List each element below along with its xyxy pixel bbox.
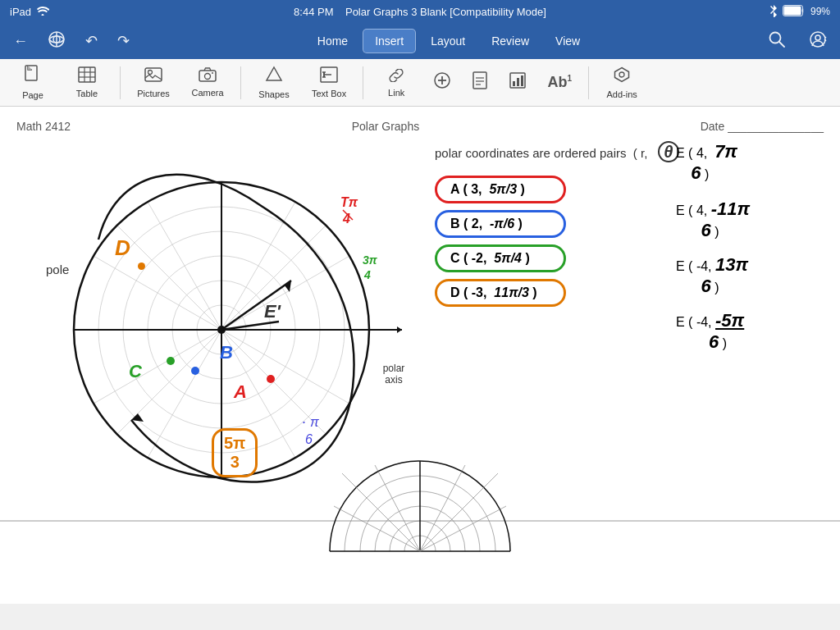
toolbar-page[interactable]: Page	[8, 62, 57, 103]
link-label: Link	[388, 88, 404, 98]
doc-content: Math 2412 Polar Graphs Date ____________…	[0, 107, 840, 604]
label-C: C	[129, 361, 142, 382]
doc-icon	[472, 71, 487, 94]
coord-box-C: C ( -2, 5π/4 )	[435, 244, 566, 272]
table-label: Table	[76, 89, 98, 98]
svg-text:4: 4	[363, 268, 371, 281]
header-center: Polar Graphs	[352, 120, 419, 133]
textbox-icon	[320, 66, 338, 87]
svg-rect-34	[521, 75, 523, 86]
battery-display	[783, 5, 806, 19]
svg-line-5	[779, 42, 784, 47]
home-button[interactable]	[41, 27, 72, 56]
pictures-icon	[144, 66, 162, 87]
toolbar-chart[interactable]	[501, 69, 534, 96]
account-button[interactable]	[802, 27, 833, 56]
shapes-icon	[265, 66, 283, 88]
doc-header: Math 2412 Polar Graphs Date ____________…	[16, 120, 824, 133]
svg-line-50	[148, 202, 221, 330]
coord-box-D: D ( -3, 11π/3 )	[435, 279, 566, 307]
time-display: 8:44 PM	[294, 6, 333, 18]
coord-box-B: B ( 2, -π/6 )	[435, 210, 566, 238]
svg-line-78	[334, 506, 420, 551]
battery-percent: 99%	[810, 6, 830, 17]
toolbar-table[interactable]: Table	[62, 63, 112, 102]
document-title: Polar Graphs 3 Blank [Compatibility Mode…	[345, 6, 546, 18]
svg-point-18	[212, 72, 213, 74]
svg-marker-63	[131, 413, 144, 422]
svg-line-48	[94, 256, 221, 330]
svg-text:Tπ: Tπ	[340, 195, 358, 209]
page-label: Page	[22, 90, 43, 100]
svg-rect-9	[79, 67, 95, 82]
svg-rect-8	[25, 66, 37, 80]
toolbar-addins[interactable]: Add-ins	[597, 62, 646, 103]
toolbar-textbox[interactable]: Text Box	[304, 63, 354, 102]
pi6-annotation: · π6	[302, 413, 319, 448]
header-left: Math 2412	[16, 120, 71, 133]
e-label-3: E ( -4, 13π 6 )	[676, 254, 824, 297]
tab-review[interactable]: Review	[480, 30, 541, 52]
nav-bar: ← ↶ ↷ Home Insert Layout Review View	[0, 23, 840, 59]
divider-2	[240, 66, 241, 99]
svg-point-66	[267, 375, 275, 383]
svg-point-65	[191, 367, 199, 375]
svg-marker-60	[397, 326, 402, 333]
label-B: B	[220, 342, 233, 363]
toolbar-shapes[interactable]: Shapes	[249, 62, 299, 103]
e-label-4: E ( -4, -5π 6 )	[676, 310, 824, 353]
svg-rect-32	[513, 81, 515, 86]
undo-button[interactable]: ↶	[79, 29, 104, 53]
svg-line-54	[117, 226, 221, 330]
textbox-label: Text Box	[312, 89, 346, 98]
svg-line-47	[148, 330, 221, 458]
toolbar-ab[interactable]: Ab1	[539, 71, 580, 94]
tab-insert[interactable]: Insert	[363, 29, 416, 53]
e-label-1: E ( 4, 7π 6 )	[676, 141, 824, 184]
addins-label: Add-ins	[607, 89, 637, 99]
label-D: D	[115, 235, 130, 261]
addins-icon	[613, 66, 631, 88]
svg-line-79	[420, 506, 506, 551]
toolbar-camera[interactable]: Camera	[183, 64, 232, 101]
label-E: E'	[264, 301, 281, 322]
back-button[interactable]: ←	[7, 30, 34, 53]
wifi-icon	[36, 6, 49, 18]
coord-box-A: A ( 3, 5π/3 )	[435, 176, 566, 203]
table-icon	[78, 66, 96, 87]
pictures-label: Pictures	[137, 89, 170, 98]
svg-rect-14	[145, 68, 162, 81]
document-area: Math 2412 Polar Graphs Date ____________…	[0, 107, 840, 604]
tab-layout[interactable]: Layout	[419, 30, 477, 52]
bluetooth-icon	[769, 4, 778, 20]
shapes-label: Shapes	[258, 89, 289, 99]
ab-icon: Ab1	[547, 74, 572, 91]
tab-home[interactable]: Home	[306, 30, 359, 52]
svg-rect-33	[517, 78, 519, 86]
redo-button[interactable]: ↷	[111, 29, 136, 53]
svg-rect-27	[473, 72, 486, 89]
toolbar-pictures[interactable]: Pictures	[129, 63, 178, 102]
svg-rect-1	[783, 6, 801, 15]
svg-point-15	[148, 71, 153, 75]
link-icon	[387, 67, 405, 86]
toolbar: Page Table Pictures	[0, 59, 840, 107]
svg-line-45	[94, 330, 221, 404]
search-button[interactable]	[761, 27, 792, 56]
dot-D	[138, 262, 145, 270]
ipad-label: iPad	[10, 6, 31, 18]
svg-line-44	[221, 256, 349, 330]
svg-text:3π: 3π	[363, 253, 378, 267]
camera-label: Camera	[191, 88, 223, 98]
divider-1	[120, 66, 121, 99]
toolbar-doc[interactable]	[463, 68, 496, 97]
toolbar-link[interactable]: Link	[372, 64, 421, 101]
chart-icon	[509, 72, 526, 93]
tab-view[interactable]: View	[544, 30, 591, 52]
label-A: A	[234, 381, 247, 403]
toolbar-plus[interactable]	[426, 69, 459, 96]
bottom-pi-box: 5π3	[212, 428, 258, 477]
page-icon	[25, 65, 41, 89]
e-label-2: E ( 4, -11π 6 )	[676, 199, 824, 241]
svg-point-17	[205, 74, 211, 80]
